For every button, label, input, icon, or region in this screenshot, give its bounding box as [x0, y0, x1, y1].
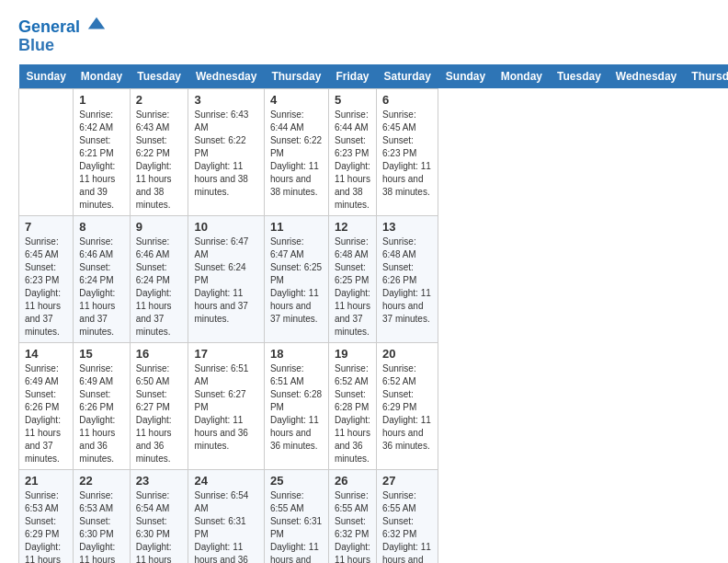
cell-info: Sunrise: 6:43 AMSunset: 6:22 PMDaylight:… — [136, 109, 183, 212]
col-header-wednesday: Wednesday — [609, 64, 684, 89]
cell-info: Sunrise: 6:55 AMSunset: 6:31 PMDaylight:… — [270, 489, 323, 563]
calendar-cell: 24Sunrise: 6:54 AMSunset: 6:31 PMDayligh… — [188, 469, 264, 563]
header-monday: Monday — [74, 64, 130, 89]
calendar-cell: 19Sunrise: 6:52 AMSunset: 6:28 PMDayligh… — [328, 342, 376, 469]
day-number: 15 — [79, 347, 123, 361]
logo: General Blue — [18, 18, 107, 55]
calendar-cell: 21Sunrise: 6:53 AMSunset: 6:29 PMDayligh… — [19, 469, 74, 563]
logo-blue: Blue — [18, 37, 107, 55]
day-number: 22 — [79, 474, 123, 488]
header-sunday: Sunday — [19, 64, 74, 89]
week-row-2: 7Sunrise: 6:45 AMSunset: 6:23 PMDaylight… — [19, 215, 729, 342]
calendar-cell — [19, 88, 74, 215]
cell-info: Sunrise: 6:52 AMSunset: 6:28 PMDaylight:… — [335, 362, 370, 465]
calendar-cell: 10Sunrise: 6:47 AMSunset: 6:24 PMDayligh… — [188, 215, 264, 342]
calendar-cell: 23Sunrise: 6:54 AMSunset: 6:30 PMDayligh… — [130, 469, 188, 563]
day-number: 6 — [382, 93, 432, 107]
calendar-cell: 7Sunrise: 6:45 AMSunset: 6:23 PMDaylight… — [19, 215, 74, 342]
calendar-cell: 15Sunrise: 6:49 AMSunset: 6:26 PMDayligh… — [74, 342, 130, 469]
calendar-table: SundayMondayTuesdayWednesdayThursdayFrid… — [18, 64, 728, 563]
day-number: 4 — [270, 93, 323, 107]
header-friday: Friday — [328, 64, 376, 89]
day-number: 1 — [79, 93, 123, 107]
cell-info: Sunrise: 6:54 AMSunset: 6:30 PMDaylight:… — [136, 489, 183, 563]
day-number: 5 — [335, 93, 370, 107]
day-number: 18 — [270, 347, 323, 361]
logo-text: General — [18, 18, 107, 37]
cell-info: Sunrise: 6:46 AMSunset: 6:24 PMDaylight:… — [79, 236, 123, 339]
cell-info: Sunrise: 6:45 AMSunset: 6:23 PMDaylight:… — [25, 236, 67, 339]
header-thursday: Thursday — [264, 64, 328, 89]
col-header-monday: Monday — [494, 64, 550, 89]
logo-general: General — [18, 17, 80, 36]
day-number: 23 — [136, 474, 183, 488]
day-number: 3 — [194, 93, 257, 107]
col-header-thursday: Thursday — [684, 64, 728, 89]
day-number: 10 — [194, 220, 257, 234]
header-row: SundayMondayTuesdayWednesdayThursdayFrid… — [19, 64, 729, 89]
day-number: 17 — [194, 347, 257, 361]
calendar-cell: 3Sunrise: 6:43 AMSunset: 6:22 PMDaylight… — [188, 88, 264, 215]
calendar-cell: 8Sunrise: 6:46 AMSunset: 6:24 PMDaylight… — [74, 215, 130, 342]
calendar-cell: 4Sunrise: 6:44 AMSunset: 6:22 PMDaylight… — [264, 88, 328, 215]
day-number: 27 — [382, 474, 432, 488]
calendar-cell: 6Sunrise: 6:45 AMSunset: 6:23 PMDaylight… — [376, 88, 438, 215]
day-number: 12 — [335, 220, 370, 234]
calendar-cell: 2Sunrise: 6:43 AMSunset: 6:22 PMDaylight… — [130, 88, 188, 215]
cell-info: Sunrise: 6:50 AMSunset: 6:27 PMDaylight:… — [136, 362, 183, 465]
day-number: 13 — [382, 220, 432, 234]
calendar-cell: 17Sunrise: 6:51 AMSunset: 6:27 PMDayligh… — [188, 342, 264, 469]
day-number: 26 — [335, 474, 370, 488]
day-number: 2 — [136, 93, 183, 107]
calendar-cell: 12Sunrise: 6:48 AMSunset: 6:25 PMDayligh… — [328, 215, 376, 342]
day-number: 24 — [194, 474, 257, 488]
cell-info: Sunrise: 6:51 AMSunset: 6:27 PMDaylight:… — [194, 362, 257, 453]
day-number: 20 — [382, 347, 432, 361]
header-tuesday: Tuesday — [130, 64, 188, 89]
svg-marker-0 — [88, 17, 105, 29]
cell-info: Sunrise: 6:55 AMSunset: 6:32 PMDaylight:… — [382, 489, 432, 563]
cell-info: Sunrise: 6:49 AMSunset: 6:26 PMDaylight:… — [79, 362, 123, 465]
calendar-cell: 26Sunrise: 6:55 AMSunset: 6:32 PMDayligh… — [328, 469, 376, 563]
calendar-cell: 9Sunrise: 6:46 AMSunset: 6:24 PMDaylight… — [130, 215, 188, 342]
week-row-4: 21Sunrise: 6:53 AMSunset: 6:29 PMDayligh… — [19, 469, 729, 563]
calendar-cell: 14Sunrise: 6:49 AMSunset: 6:26 PMDayligh… — [19, 342, 74, 469]
day-number: 8 — [79, 220, 123, 234]
cell-info: Sunrise: 6:45 AMSunset: 6:23 PMDaylight:… — [382, 109, 432, 199]
calendar-cell: 22Sunrise: 6:53 AMSunset: 6:30 PMDayligh… — [74, 469, 130, 563]
cell-info: Sunrise: 6:42 AMSunset: 6:21 PMDaylight:… — [79, 109, 123, 212]
day-number: 16 — [136, 347, 183, 361]
calendar-cell: 11Sunrise: 6:47 AMSunset: 6:25 PMDayligh… — [264, 215, 328, 342]
page-header: General Blue — [18, 18, 710, 55]
logo-icon — [86, 14, 107, 34]
cell-info: Sunrise: 6:46 AMSunset: 6:24 PMDaylight:… — [136, 236, 183, 339]
cell-info: Sunrise: 6:44 AMSunset: 6:22 PMDaylight:… — [270, 109, 323, 199]
calendar-cell: 27Sunrise: 6:55 AMSunset: 6:32 PMDayligh… — [376, 469, 438, 563]
cell-info: Sunrise: 6:51 AMSunset: 6:28 PMDaylight:… — [270, 362, 323, 453]
cell-info: Sunrise: 6:49 AMSunset: 6:26 PMDaylight:… — [25, 362, 67, 465]
col-header-tuesday: Tuesday — [550, 64, 609, 89]
calendar-cell: 16Sunrise: 6:50 AMSunset: 6:27 PMDayligh… — [130, 342, 188, 469]
header-saturday: Saturday — [376, 64, 438, 89]
day-number: 25 — [270, 474, 323, 488]
cell-info: Sunrise: 6:53 AMSunset: 6:30 PMDaylight:… — [79, 489, 123, 563]
cell-info: Sunrise: 6:47 AMSunset: 6:24 PMDaylight:… — [194, 236, 257, 326]
week-row-1: 1Sunrise: 6:42 AMSunset: 6:21 PMDaylight… — [19, 88, 729, 215]
cell-info: Sunrise: 6:44 AMSunset: 6:23 PMDaylight:… — [335, 109, 370, 212]
cell-info: Sunrise: 6:47 AMSunset: 6:25 PMDaylight:… — [270, 236, 323, 326]
day-number: 11 — [270, 220, 323, 234]
cell-info: Sunrise: 6:48 AMSunset: 6:25 PMDaylight:… — [335, 236, 370, 339]
cell-info: Sunrise: 6:43 AMSunset: 6:22 PMDaylight:… — [194, 109, 257, 199]
day-number: 9 — [136, 220, 183, 234]
calendar-cell: 18Sunrise: 6:51 AMSunset: 6:28 PMDayligh… — [264, 342, 328, 469]
cell-info: Sunrise: 6:52 AMSunset: 6:29 PMDaylight:… — [382, 362, 432, 453]
calendar-cell: 5Sunrise: 6:44 AMSunset: 6:23 PMDaylight… — [328, 88, 376, 215]
cell-info: Sunrise: 6:54 AMSunset: 6:31 PMDaylight:… — [194, 489, 257, 563]
week-row-3: 14Sunrise: 6:49 AMSunset: 6:26 PMDayligh… — [19, 342, 729, 469]
calendar-cell: 20Sunrise: 6:52 AMSunset: 6:29 PMDayligh… — [376, 342, 438, 469]
col-header-sunday: Sunday — [438, 64, 494, 89]
day-number: 7 — [25, 220, 67, 234]
header-wednesday: Wednesday — [188, 64, 264, 89]
calendar-cell: 13Sunrise: 6:48 AMSunset: 6:26 PMDayligh… — [376, 215, 438, 342]
cell-info: Sunrise: 6:48 AMSunset: 6:26 PMDaylight:… — [382, 236, 432, 326]
